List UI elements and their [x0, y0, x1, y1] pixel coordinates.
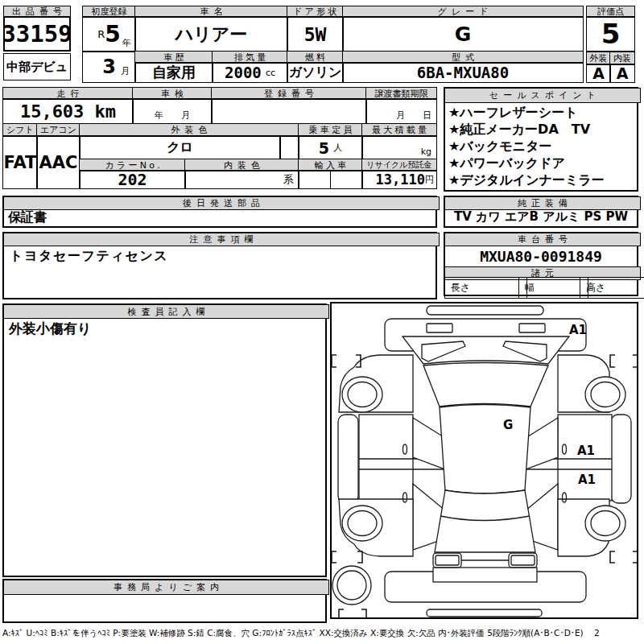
headlight-left [427, 324, 452, 332]
spec-length: 長さ [444, 277, 527, 299]
wheel-rear-right-inner [591, 511, 620, 536]
damage-mark-front-bumper: A1 [569, 323, 587, 337]
spare-tire-inner [337, 571, 366, 600]
sales-point-item: ★バックモニター [448, 138, 605, 155]
trunk-lower [433, 568, 537, 582]
sill-right [611, 415, 631, 503]
exterior-grade: A [586, 64, 611, 83]
inspector-content: 外装小傷有り [9, 320, 91, 338]
damage-mark-rear-door: A1 [578, 473, 596, 487]
chassis-number: MXUA80-0091849 [445, 246, 637, 267]
first-reg-year: 5 [105, 21, 120, 47]
notes-panel: 注意事項欄 トヨタセーフティセンス [2, 232, 437, 299]
door-value: 5W [287, 16, 344, 52]
windshield [423, 363, 548, 407]
ext-color-code-cell [279, 135, 299, 160]
displacement-cell: 2000 cc [212, 62, 288, 83]
color-no-value: 202 [79, 170, 186, 189]
venue-label: 中部デビュ [3, 53, 71, 80]
ext-color-value: クロ [79, 135, 281, 160]
car-name-value: ハリアー [134, 16, 288, 52]
oem-equipment-panel: 純正装備 TV カワ エアB アルミ PS PW [444, 196, 638, 228]
recycle-amount: 13,110 [376, 171, 425, 188]
history-value: 自家用 [134, 62, 213, 83]
transfer-value: 月 日 [365, 98, 437, 125]
import-cell-a [298, 170, 331, 189]
legend-page-no: 2 [594, 628, 600, 638]
payload-value: kg [361, 135, 437, 160]
reg-no-value [211, 98, 367, 125]
sales-point-item: ★ハーフレザーシート [448, 104, 605, 121]
import-cell-b [330, 170, 363, 189]
first-reg-month-cell: 3 月 [82, 51, 136, 83]
later-parts-panel: 後日発送部品 保証書 [2, 196, 437, 228]
damage-mark-glass: G [503, 418, 513, 432]
inspector-panel: 検査員記入欄 外装小傷有り [2, 303, 327, 577]
auction-sheet: 出品番号 33159 中部デビュ 初度登録 R5 年 3 月 車名 ハリアー 車… [0, 0, 644, 644]
notes-content: トヨタセーフティセンス [10, 248, 168, 265]
wheel-front-right-inner [591, 382, 620, 407]
fuel-value: ガソリン [287, 62, 344, 83]
inspector-header: 検査員記入欄 [3, 304, 329, 319]
oem-equipment-content: TV カワ エアB アルミ PS PW [445, 209, 637, 225]
oem-equipment-header: 純正装備 [444, 196, 641, 210]
first-reg-month: 3 [102, 56, 116, 78]
spec-height: 高さ [580, 277, 644, 299]
ac-value: AAC [36, 135, 80, 189]
score-value: 5 [586, 16, 635, 52]
mileage-value: 15,603 km [2, 98, 134, 125]
first-reg-year-cell: R5 年 [82, 16, 136, 52]
doors-left [359, 415, 413, 501]
capacity-unit: 人 [333, 142, 342, 154]
auction-no-value: 33159 [3, 16, 71, 52]
shift-value: FAT [2, 135, 38, 189]
capacity-value: 5 [319, 139, 329, 157]
roof [440, 405, 530, 494]
sales-point-item: ★パワーバックドア [448, 155, 605, 171]
displacement-value: 2000 [225, 64, 262, 81]
capacity-cell: 5 人 [298, 135, 363, 160]
taillight-right-inner [511, 555, 535, 565]
int-color-value: 系 [184, 170, 299, 189]
spec-width: 幅 [518, 277, 588, 299]
front-bumper-strip [427, 306, 543, 315]
model-code-value: 6BA-MXUA80 [342, 62, 584, 83]
office-header: 事務局よりご案内 [3, 580, 329, 595]
chassis-header: 車台番号 [444, 233, 641, 246]
interior-grade: A [609, 64, 635, 83]
recycle-unit: 円 [425, 174, 434, 186]
sales-point-item: ★デジタルインナーミラー [448, 171, 605, 188]
sales-points-list: ★ハーフレザーシート ★純正メーカーDA TV ★バックモニター ★パワーバック… [448, 104, 605, 188]
taillight-left-inner [436, 555, 459, 565]
year-suffix: 年 [122, 37, 131, 49]
legend-text: A:ｷｽﾞ U:ﾍｺﾐ B:ｷｽﾞを伴うﾍｺﾐ P:要塗装 W:補修跡 S:錆 … [2, 628, 590, 639]
sales-points-panel: セールスポイント ★ハーフレザーシート ★純正メーカーDA TV ★バックモニタ… [444, 87, 638, 192]
notes-header: 注意事項欄 [3, 233, 440, 246]
later-parts-content: 保証書 [8, 209, 47, 226]
office-panel: 事務局よりご案内 [2, 579, 327, 623]
sales-point-item: ★純正メーカーDA TV [448, 121, 605, 138]
wheel-rear-left-inner [348, 511, 377, 536]
shaken-value: 年 月 [132, 98, 213, 125]
car-diagram-panel: A1 G A1 A1 [330, 302, 638, 619]
chassis-panel: 車台番号 MXUA80-0091849 諸元 長さ 幅 高さ [444, 232, 638, 296]
sales-points-header: セールスポイント [444, 88, 641, 103]
displacement-unit: cc [266, 68, 275, 78]
rear-hatch [435, 490, 535, 552]
wheel-front-left-inner [348, 382, 377, 407]
later-parts-header: 後日発送部品 [3, 196, 440, 210]
rear-bumper-strip [427, 609, 542, 617]
recycle-cell: 13,110円 [361, 170, 437, 189]
month-suffix: 月 [121, 65, 130, 77]
era-mark: R [97, 28, 105, 40]
car-diagram: A1 G A1 A1 [332, 303, 637, 617]
damage-mark-front-door: A1 [577, 444, 595, 458]
front-window-wedge-right [526, 418, 558, 469]
grade-value: G [342, 16, 584, 52]
sill-left [338, 415, 358, 503]
headlight-right [519, 324, 545, 332]
